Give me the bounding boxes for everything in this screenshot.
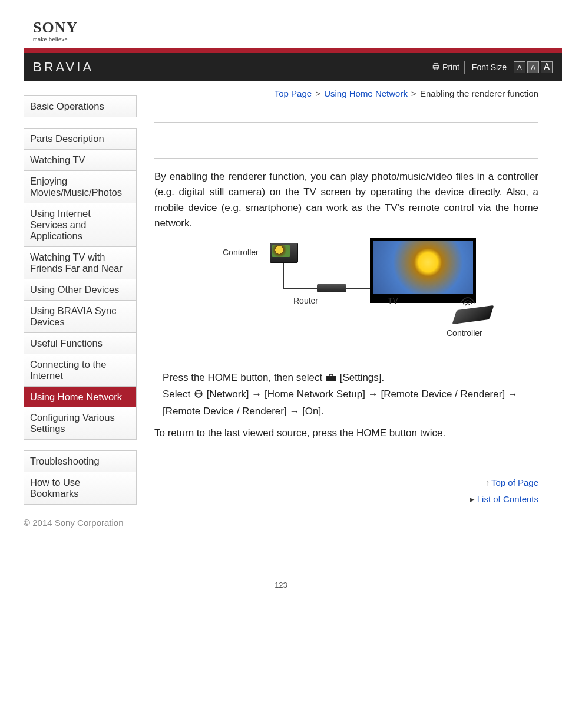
nav-group-2: Parts DescriptionWatching TVEnjoying Mov… [24, 128, 137, 440]
nav-item[interactable]: Using Other Devices [24, 279, 136, 301]
breadcrumb: Top Page > Using Home Network > Enabling… [154, 88, 538, 98]
diagram-remote-icon [452, 305, 494, 324]
divider [154, 361, 538, 361]
product-name: BRAVIA [33, 60, 94, 75]
step-1: Press the HOME button, then select [Sett… [163, 370, 538, 386]
diagram-label-router: Router [293, 296, 318, 305]
print-icon [432, 62, 440, 73]
main-content: Top Page > Using Home Network > Enabling… [154, 85, 538, 515]
svg-rect-4 [329, 374, 333, 377]
diagram-tv-icon [370, 238, 476, 303]
font-size-medium-button[interactable]: A [527, 61, 539, 73]
toolbox-icon [326, 370, 336, 386]
diagram-label-tv: TV [388, 296, 398, 305]
nav-item[interactable]: Useful Functions [24, 333, 136, 354]
logo-area: SONY make.believe [0, 0, 562, 48]
steps: Press the HOME button, then select [Sett… [163, 370, 538, 419]
list-of-contents-link[interactable]: List of Contents [477, 494, 538, 504]
diagram-camera-icon [270, 243, 298, 263]
divider [154, 158, 538, 159]
breadcrumb-sep: > [315, 88, 320, 98]
network-diagram: Controller Router TV Controller [154, 243, 538, 343]
accent-bar [24, 48, 562, 53]
copyright: © 2014 Sony Corporation [24, 518, 124, 528]
font-size-buttons: A A A [514, 61, 553, 73]
step-1-text-a: Press the HOME button, then select [163, 372, 325, 383]
nav-item[interactable]: How to Use Bookmarks [24, 472, 136, 505]
diagram-line [283, 263, 284, 289]
breadcrumb-current: Enabling the renderer function [420, 88, 538, 98]
step-2-text-a: Select [163, 388, 193, 400]
breadcrumb-sep: > [411, 88, 416, 98]
font-size-large-button[interactable]: A [541, 61, 553, 73]
diagram-label-controller2: Controller [447, 328, 482, 338]
step-2: Select [Network] → [Home Network Setup] … [163, 386, 538, 419]
diagram-wifi-icon [459, 295, 476, 309]
sony-logo: SONY [33, 19, 562, 37]
top-of-page-link[interactable]: Top of Page [491, 477, 538, 487]
font-size-small-button[interactable]: A [514, 61, 525, 73]
font-size-label: Font Size [472, 62, 507, 72]
bottom-links: ↑Top of Page ▸ List of Contents [154, 475, 538, 508]
nav-item[interactable]: Using BRAVIA Sync Devices [24, 301, 136, 333]
nav-item[interactable]: Using Home Network [24, 387, 136, 408]
nav-item[interactable]: Enjoying Movies/Music/Photos [24, 171, 136, 203]
sidebar: Basic Operations Parts DescriptionWatchi… [24, 85, 137, 515]
arrow-up-icon: ↑ [485, 477, 490, 487]
nav-item[interactable]: Watching TV [24, 150, 136, 171]
nav-item[interactable]: Basic Operations [24, 96, 136, 117]
step-1-text-b: [Settings]. [340, 372, 385, 383]
breadcrumb-link-section[interactable]: Using Home Network [324, 88, 408, 98]
nav-item[interactable]: Parts Description [24, 129, 136, 150]
nav-group-1: Basic Operations [24, 95, 137, 117]
tagline: make.believe [33, 37, 562, 42]
globe-icon [194, 387, 203, 403]
note-text: To return to the last viewed source, pre… [154, 427, 538, 439]
title-bar: BRAVIA Print Font Size A A A [24, 53, 562, 81]
diagram-label-controller: Controller [223, 248, 259, 257]
nav-item[interactable]: Troubleshooting [24, 451, 136, 472]
nav-group-3: TroubleshootingHow to Use Bookmarks [24, 450, 137, 505]
page-number: 123 [0, 581, 562, 589]
nav-item[interactable]: Configuring Various Settings [24, 407, 136, 440]
step-2-text-b: [Network] → [Home Network Setup] → [Remo… [163, 388, 518, 416]
breadcrumb-link-top[interactable]: Top Page [275, 88, 312, 98]
nav-item[interactable]: Watching TV with Friends Far and Near [24, 247, 136, 279]
diagram-router-icon [317, 284, 346, 292]
nav-item[interactable]: Connecting to the Internet [24, 354, 136, 387]
intro-paragraph: By enabling the renderer function, you c… [154, 169, 538, 231]
nav-item[interactable]: Using Internet Services and Applications [24, 203, 136, 247]
footer: © 2014 Sony Corporation [0, 518, 562, 528]
print-button[interactable]: Print [427, 61, 465, 74]
print-label: Print [442, 62, 459, 72]
triangle-right-icon: ▸ [470, 494, 475, 504]
